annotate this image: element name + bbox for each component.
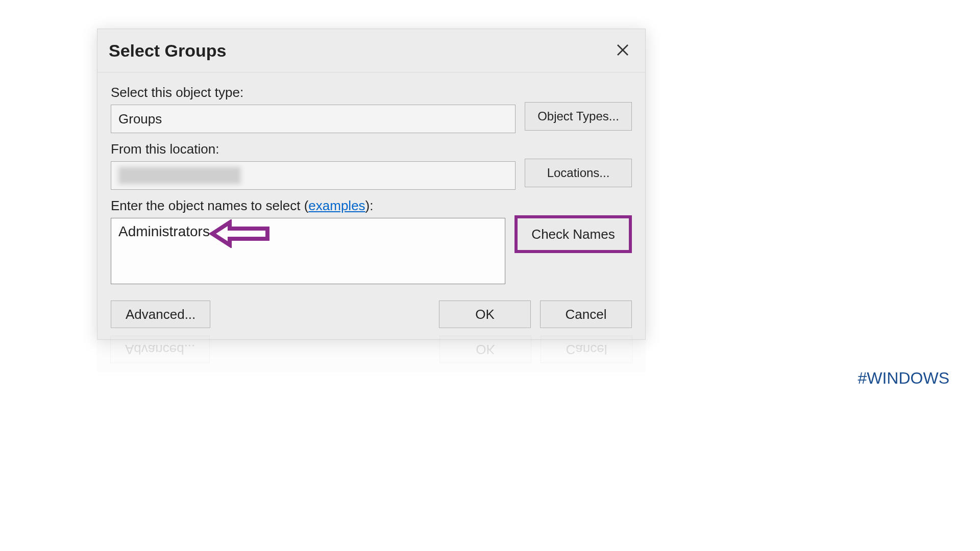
object-type-row: Select this object type: Object Types... bbox=[111, 85, 632, 133]
object-types-button[interactable]: Object Types... bbox=[525, 102, 632, 131]
object-names-label-suffix: ): bbox=[365, 198, 374, 213]
close-button[interactable] bbox=[611, 39, 634, 62]
dialog-content: Select this object type: Object Types...… bbox=[97, 72, 645, 339]
location-label: From this location: bbox=[111, 141, 516, 157]
location-field[interactable] bbox=[111, 161, 516, 190]
advanced-button[interactable]: Advanced... bbox=[111, 300, 210, 328]
object-names-label: Enter the object names to select (exampl… bbox=[111, 198, 505, 214]
select-groups-dialog: Select Groups Select this object type: O… bbox=[97, 29, 646, 340]
dialog-title: Select Groups bbox=[109, 41, 227, 61]
cancel-button[interactable]: Cancel bbox=[540, 300, 632, 328]
object-names-label-prefix: Enter the object names to select ( bbox=[111, 198, 308, 213]
hashtag-label: #WINDOWS bbox=[857, 369, 949, 388]
reflection-ok: OK bbox=[439, 336, 531, 363]
object-names-input[interactable] bbox=[111, 218, 505, 284]
close-icon bbox=[616, 40, 629, 61]
reflection-cancel: Cancel bbox=[541, 336, 632, 363]
examples-link[interactable]: examples bbox=[308, 198, 365, 213]
ok-button[interactable]: OK bbox=[439, 300, 531, 328]
dialog-titlebar: Select Groups bbox=[97, 29, 645, 72]
dialog-button-row: Advanced... OK Cancel bbox=[111, 300, 632, 328]
object-type-label: Select this object type: bbox=[111, 85, 516, 101]
check-names-button[interactable]: Check Names bbox=[514, 215, 632, 253]
reflection-advanced: Advanced... bbox=[110, 336, 210, 363]
object-type-field[interactable] bbox=[111, 105, 516, 133]
object-names-row: Enter the object names to select (exampl… bbox=[111, 198, 632, 286]
location-value-redacted bbox=[118, 167, 241, 184]
locations-button[interactable]: Locations... bbox=[525, 159, 632, 187]
location-row: From this location: Locations... bbox=[111, 141, 632, 190]
